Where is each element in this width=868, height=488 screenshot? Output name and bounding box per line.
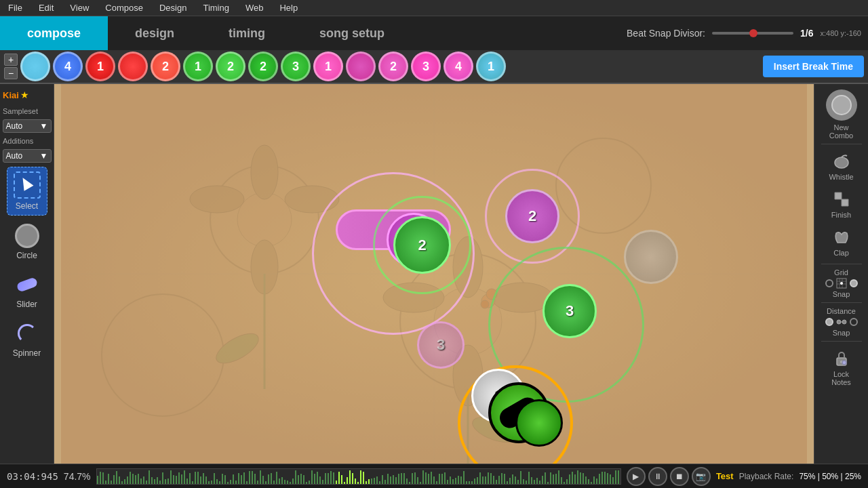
timeline-circle-13[interactable]: 4	[443, 52, 473, 81]
hit-circle-ghost[interactable]	[624, 230, 678, 284]
snap-label: Snap	[833, 290, 850, 298]
grid-radio-on[interactable]	[850, 279, 858, 287]
whistle-button[interactable]: Whistle	[818, 148, 865, 184]
timeline-circle-11[interactable]: 2	[378, 52, 408, 81]
slider-shape-icon	[16, 277, 38, 292]
right-divider-3	[821, 302, 862, 303]
rate-display: 74.7%	[64, 471, 91, 482]
select-icon	[14, 171, 41, 199]
select-tool-label: Select	[16, 201, 38, 211]
kiai-section: Kiai ★	[3, 89, 51, 100]
menu-design[interactable]: Design	[157, 1, 189, 14]
distance-snap-controls	[825, 317, 858, 327]
beat-snap-thumb	[749, 29, 757, 37]
timeline-circle-4[interactable]: 2	[151, 52, 180, 81]
distance-radio-off[interactable]	[850, 318, 858, 326]
waveform-area[interactable]	[96, 468, 621, 485]
bottom-bar: 03:04:945 74.7% ▶ ⏸ ⏹ 📷 Test Playback Ra…	[0, 464, 868, 488]
menu-file[interactable]: File	[5, 1, 25, 14]
distance-snap-label: Snap	[833, 329, 850, 337]
video-button[interactable]: 📷	[692, 467, 711, 486]
grid-radio-off[interactable]	[825, 279, 833, 287]
menu-view[interactable]: View	[67, 1, 92, 14]
additions-label: Additions	[3, 137, 33, 145]
grid-snap-controls	[825, 278, 858, 289]
svg-point-10	[190, 186, 244, 213]
tool-spinner[interactable]: Spinner	[7, 317, 47, 362]
kiai-label: Kiai	[3, 90, 19, 100]
timeline-circle-0[interactable]	[20, 52, 50, 81]
menu-edit[interactable]: Edit	[36, 1, 56, 14]
timeline-circle-14[interactable]: 1	[476, 52, 506, 81]
distance-snap-section: Distance Snap	[818, 307, 865, 337]
hit-circle-3-green[interactable]: 3	[542, 284, 597, 338]
circle-tool-label: Circle	[16, 251, 37, 260]
insert-break-button[interactable]: Insert Break Time	[763, 56, 864, 77]
menu-timing[interactable]: Timing	[200, 1, 232, 14]
timeline-add-top[interactable]: +	[4, 54, 18, 66]
spinner-tool-label: Spinner	[13, 348, 41, 358]
timeline-circle-2[interactable]: 1	[85, 52, 115, 81]
playback-rate-label: Playback Rate:	[739, 472, 794, 481]
clap-label: Clap	[833, 249, 849, 257]
playback-rate-value: 75% | 50% | 25%	[799, 472, 861, 481]
timeline-add-bottom[interactable]: −	[4, 67, 18, 79]
new-combo-button[interactable]	[826, 89, 857, 121]
menu-compose[interactable]: Compose	[102, 1, 146, 14]
canvas-area[interactable]: 2 2 2 3 3 1	[54, 84, 814, 464]
timeline-circle-1[interactable]: 4	[53, 52, 83, 81]
timeline-circle-10[interactable]	[346, 52, 376, 81]
tool-select[interactable]: Select	[7, 167, 47, 216]
timeline-add-buttons: + −	[4, 54, 18, 79]
timeline-circle-12[interactable]: 3	[411, 52, 441, 81]
tab-timing[interactable]: timing	[201, 16, 292, 50]
pause-button[interactable]: ⏸	[648, 467, 667, 486]
slider-icon	[15, 272, 39, 297]
tab-design[interactable]: design	[108, 16, 201, 50]
finish-button[interactable]: Finish	[818, 186, 865, 222]
stop-button[interactable]: ⏹	[670, 467, 689, 486]
tab-compose[interactable]: compose	[0, 16, 108, 50]
svg-point-32	[842, 320, 846, 324]
menu-web[interactable]: Web	[243, 1, 267, 14]
play-button[interactable]: ▶	[627, 467, 646, 486]
distance-label: Distance	[827, 307, 856, 315]
right-divider-4	[821, 341, 862, 342]
tab-song-setup[interactable]: song setup	[292, 16, 412, 50]
menu-help[interactable]: Help	[277, 1, 300, 14]
cursor-shape-icon	[18, 175, 33, 191]
new-combo-label: NewCombo	[829, 123, 853, 140]
hit-circle-2-pink-right[interactable]: 2	[505, 189, 559, 243]
additions-dropdown[interactable]: Auto▼	[3, 149, 52, 163]
test-label: Test	[716, 471, 734, 481]
timeline-strip: + − 412122312341 Insert Break Time	[0, 50, 868, 84]
hit-circle-2-green[interactable]: 2	[393, 216, 451, 274]
beat-snap-slider[interactable]	[712, 32, 793, 35]
beat-snap-area: Beat Snap Divisor: 1/6 x:480 y:-160	[627, 16, 868, 50]
finish-label: Finish	[831, 211, 851, 219]
clap-button[interactable]: Clap	[818, 224, 865, 260]
timeline-circle-7[interactable]: 2	[248, 52, 278, 81]
right-sidebar: NewCombo Whistle Finish Clap Grid	[814, 84, 868, 464]
sampleset-dropdown[interactable]: Auto▼	[3, 119, 52, 133]
tool-slider[interactable]: Slider	[7, 268, 47, 313]
lock-notes-button[interactable]: LockNotes	[818, 346, 865, 389]
hit-circle-3-pink-faded[interactable]: 3	[417, 321, 465, 369]
finish-icon	[831, 189, 852, 209]
timeline-circle-5[interactable]: 1	[183, 52, 213, 81]
tool-circle[interactable]: Circle	[7, 220, 47, 264]
svg-point-7	[251, 145, 278, 199]
spinner-shape-icon	[18, 324, 37, 343]
xy-display: x:480 y:-160	[820, 29, 861, 37]
grid-label: Grid	[834, 268, 848, 277]
distance-radio-on[interactable]	[825, 318, 833, 326]
spinner-green-object-2[interactable]	[515, 399, 563, 447]
playback-controls: ▶ ⏸ ⏹ 📷	[627, 467, 711, 486]
timeline-circle-9[interactable]: 1	[313, 52, 343, 81]
timeline-circle-3[interactable]	[118, 52, 148, 81]
timeline-circle-6[interactable]: 2	[216, 52, 245, 81]
timeline-circle-8[interactable]: 3	[281, 52, 311, 81]
beat-snap-value: 1/6	[800, 28, 813, 39]
svg-point-24	[835, 157, 848, 168]
sampleset-label: Sampleset	[3, 107, 38, 115]
